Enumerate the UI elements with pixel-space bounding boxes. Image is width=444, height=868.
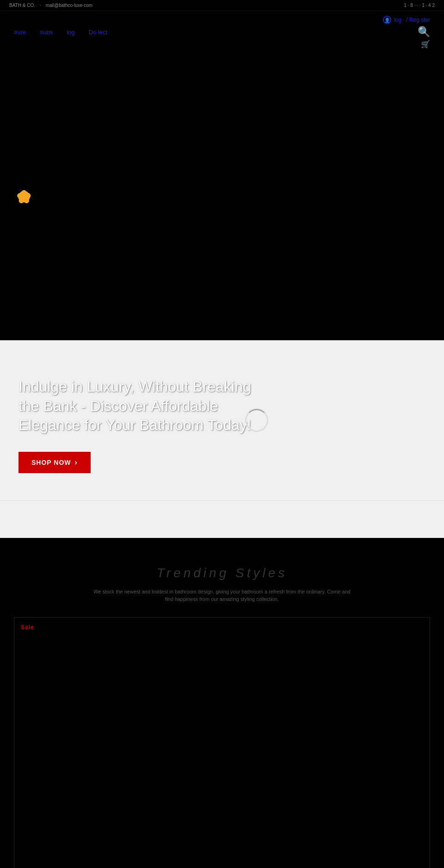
divider: [0, 500, 444, 501]
gray-spacer: [0, 501, 444, 538]
trending-section: Trending Styles We stock the newest and …: [0, 538, 444, 868]
hero-section: [0, 53, 444, 340]
main-nav: #ure #ubs log Do·lect: [14, 29, 107, 36]
brand-name: BATH & CO.: [9, 3, 35, 8]
nav-item-3[interactable]: log: [67, 29, 74, 36]
top-bar: BATH & CO. · mail@bathco·luxe·com 1 · 8 …: [0, 0, 444, 11]
account-area[interactable]: 👤 log · / Reg·ster: [383, 16, 430, 24]
nav-item-2[interactable]: #ubs: [40, 29, 53, 36]
shop-now-label: SHOP NOW: [31, 459, 71, 466]
promo-heading: Indulge in Luxury, Without Breaking the …: [18, 377, 259, 435]
top-bar-right: 1 · 8 · · · 1 · 4 2: [404, 3, 435, 8]
sale-badge: Sale: [21, 624, 34, 631]
contact-email: mail@bathco·luxe·com: [46, 3, 92, 8]
trending-subtitle: We stock the newest and boldest in bathr…: [92, 588, 352, 603]
sunflower-icon: [14, 187, 34, 207]
cart-icon[interactable]: 🛒: [421, 40, 430, 49]
shop-now-button[interactable]: SHOP NOW ›: [18, 452, 91, 473]
nav-item-1[interactable]: #ure: [14, 29, 26, 36]
loading-spinner: [245, 409, 268, 432]
account-label: log · / Reg·ster: [394, 17, 430, 23]
trending-title: Trending Styles: [14, 566, 430, 581]
account-icon: 👤: [383, 16, 391, 24]
header: #ure #ubs log Do·lect 👤 log · / Reg·ster…: [0, 11, 444, 53]
hero-logo: [14, 187, 34, 207]
nav-item-4[interactable]: Do·lect: [89, 29, 107, 36]
search-icon[interactable]: 🔍: [418, 26, 430, 38]
separator: ·: [40, 3, 41, 8]
top-bar-left: BATH & CO. · mail@bathco·luxe·com: [9, 3, 92, 8]
phone-number: 1 · 8 · · · 1 · 4 2: [404, 3, 435, 8]
promo-section: Indulge in Luxury, Without Breaking the …: [0, 340, 444, 501]
shop-now-arrow: ›: [75, 458, 78, 467]
product-image: [14, 618, 430, 868]
product-card[interactable]: Sale: [14, 617, 430, 868]
header-actions: 👤 log · / Reg·ster 🔍 🛒: [383, 16, 430, 49]
